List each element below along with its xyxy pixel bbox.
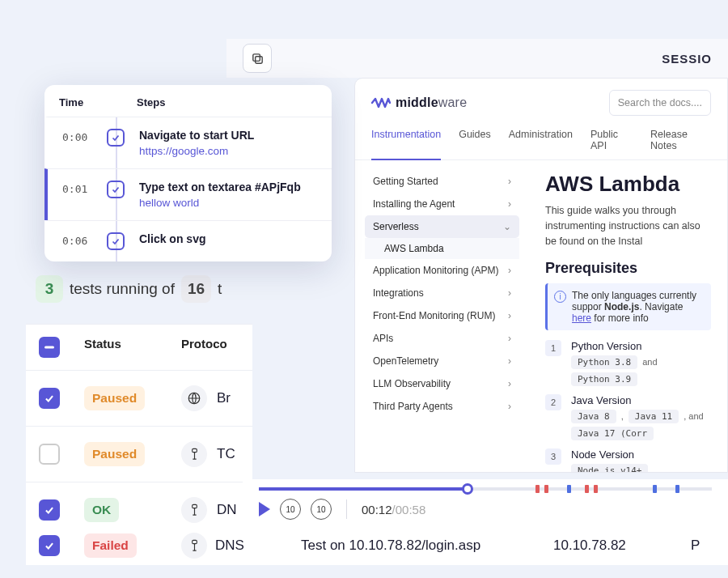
svg-rect-4 xyxy=(192,448,197,452)
row-checkbox[interactable] xyxy=(39,535,60,556)
tab-administration[interactable]: Administration xyxy=(509,129,573,159)
code-chip: Python 3.9 xyxy=(571,372,637,386)
info-callout: i The only languages currently suppor No… xyxy=(545,283,711,330)
step-row[interactable]: 0:01 Type text on textarea #APjFqb hello… xyxy=(44,168,332,220)
nav-item[interactable]: APIs› xyxy=(365,327,519,350)
protocol-label: DNS xyxy=(215,538,244,554)
step-title: Navigate to start URL xyxy=(139,129,317,142)
nav-item[interactable]: OpenTelemetry› xyxy=(365,350,519,372)
tab-release-notes[interactable]: Release Notes xyxy=(650,129,711,159)
step-detail: https://google.com xyxy=(139,145,317,157)
docs-article: AWS Lambda This guide walks you through … xyxy=(529,160,727,472)
total-count-badge: 16 xyxy=(181,275,211,303)
test-row-bottom[interactable]: Failed DNS Test on 10.10.78.82/login.asp… xyxy=(26,526,728,565)
timeline-marker[interactable] xyxy=(585,485,589,493)
table-row[interactable]: Paused Br xyxy=(26,371,252,427)
row-checkbox[interactable] xyxy=(39,499,60,521)
prerequisite-item: 1 Python VersionPython 3.8andPython 3.9 xyxy=(545,340,711,386)
session-top-bar: SESSIO xyxy=(226,39,728,78)
code-chip: Python 3.8 xyxy=(571,355,637,369)
player-track[interactable] xyxy=(259,487,712,491)
chevron-right-icon: › xyxy=(508,355,511,367)
chevron-right-icon: › xyxy=(508,198,511,210)
skip-forward-button[interactable]: 10 xyxy=(311,499,332,520)
tab-public-api[interactable]: Public API xyxy=(590,129,633,159)
article-title: AWS Lambda xyxy=(545,172,711,197)
nav-item[interactable]: Application Monitoring (APM)› xyxy=(365,259,519,282)
info-link[interactable]: here xyxy=(572,312,591,324)
nav-item[interactable]: LLM Observability› xyxy=(365,372,519,395)
play-button[interactable] xyxy=(259,502,270,516)
docs-side-nav: Getting Started›Installing the Agent›Ser… xyxy=(355,160,529,472)
check-icon xyxy=(107,181,125,198)
docs-search-input[interactable]: Search the docs.... xyxy=(609,90,711,116)
brand-glyph-icon xyxy=(371,96,391,109)
running-count-badge: 3 xyxy=(36,275,63,303)
session-title: SESSIO xyxy=(662,52,712,66)
code-chip: Java 8 xyxy=(571,410,616,423)
test-name: Test on 10.10.78.82/login.asp xyxy=(301,538,553,554)
check-icon xyxy=(107,129,125,147)
chevron-right-icon: › xyxy=(508,378,511,389)
step-detail: hellow world xyxy=(139,197,317,209)
row-checkbox[interactable] xyxy=(39,444,60,465)
nav-item[interactable]: Integrations› xyxy=(365,282,519,304)
req-title: Java Version xyxy=(571,394,711,406)
status-badge: Failed xyxy=(84,533,137,558)
timeline-marker[interactable] xyxy=(653,485,657,493)
timeline-marker[interactable] xyxy=(675,485,679,493)
test-ip: 10.10.78.82 xyxy=(553,538,691,554)
svg-rect-5 xyxy=(192,504,197,508)
steps-panel: Time Steps 0:00 Navigate to start URL ht… xyxy=(44,85,332,261)
protocol-label: Br xyxy=(217,390,239,406)
steps-header-time: Time xyxy=(59,96,109,108)
step-time: 0:00 xyxy=(62,129,107,143)
step-title: Click on svg xyxy=(139,232,317,245)
playhead-handle[interactable] xyxy=(462,483,473,495)
nav-item[interactable]: Installing the Agent› xyxy=(365,193,519,215)
nav-item[interactable]: Serverless⌄ xyxy=(365,215,519,238)
time-display: 00:12/00:58 xyxy=(362,503,425,516)
chevron-right-icon: › xyxy=(508,333,511,344)
timeline-marker[interactable] xyxy=(544,485,548,493)
row-checkbox[interactable] xyxy=(39,388,60,409)
steps-header-steps: Steps xyxy=(109,96,317,108)
tests-running-summary: 3 tests running of 16 t xyxy=(36,275,222,303)
req-title: Python Version xyxy=(571,340,711,352)
col-protocol: Protoco xyxy=(181,337,239,358)
tab-guides[interactable]: Guides xyxy=(459,129,491,159)
step-number: 2 xyxy=(545,394,561,410)
svg-rect-2 xyxy=(44,346,54,349)
copy-button[interactable] xyxy=(243,44,272,73)
skip-back-button[interactable]: 10 xyxy=(280,499,301,520)
step-title: Type text on textarea #APjFqb xyxy=(139,181,317,193)
step-row[interactable]: 0:00 Navigate to start URL https://googl… xyxy=(44,117,332,168)
step-row[interactable]: 0:06 Click on svg xyxy=(44,220,332,261)
nav-item[interactable]: Getting Started› xyxy=(365,170,519,193)
protocol-icon xyxy=(181,385,207,411)
timeline-marker[interactable] xyxy=(567,485,571,493)
step-number: 3 xyxy=(545,448,561,465)
section-prerequisites: Prerequisites xyxy=(545,260,711,277)
nav-item[interactable]: Third Party Agents› xyxy=(365,395,519,418)
docs-browser: middleware Search the docs.... Instrumen… xyxy=(354,78,728,473)
tab-instrumentation[interactable]: Instrumentation xyxy=(371,129,441,160)
code-chip: Java 17 (Corr xyxy=(571,427,654,440)
protocol-label: DN xyxy=(217,502,239,518)
step-time: 0:06 xyxy=(62,232,107,247)
timeline-marker[interactable] xyxy=(535,485,540,493)
chevron-right-icon: › xyxy=(508,401,511,412)
code-chip: Java 11 xyxy=(629,410,679,423)
status-badge: Paused xyxy=(84,442,145,466)
brand-logo[interactable]: middleware xyxy=(371,96,467,110)
protocol-label: TC xyxy=(217,446,239,462)
table-row[interactable]: Paused TC xyxy=(26,427,252,482)
summary-text-2: t xyxy=(218,280,222,298)
master-checkbox[interactable] xyxy=(39,337,60,358)
nav-item[interactable]: Front-End Monitoring (RUM)› xyxy=(365,304,519,327)
chevron-right-icon: › xyxy=(508,265,511,276)
svg-rect-6 xyxy=(192,540,197,543)
timeline-marker[interactable] xyxy=(594,485,598,493)
status-badge: Paused xyxy=(84,386,145,410)
nav-sub-item[interactable]: AWS Lambda xyxy=(365,238,519,259)
